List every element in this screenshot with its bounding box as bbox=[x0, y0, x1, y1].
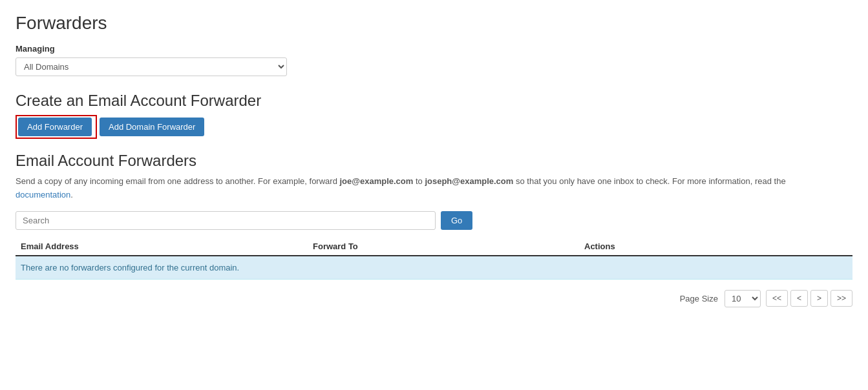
table-empty-row: There are no forwarders configured for t… bbox=[16, 256, 852, 280]
search-row: Go bbox=[16, 211, 852, 230]
column-actions: Actions bbox=[584, 241, 852, 251]
search-input[interactable] bbox=[16, 211, 436, 230]
email-forwarders-heading: Email Account Forwarders bbox=[16, 152, 852, 170]
column-email-address: Email Address bbox=[16, 241, 313, 251]
create-section: Create an Email Account Forwarder Add Fo… bbox=[16, 92, 852, 139]
pager-next-button[interactable]: > bbox=[810, 290, 828, 307]
create-section-heading: Create an Email Account Forwarder bbox=[16, 92, 852, 110]
description-plain: Send a copy of any incoming email from o… bbox=[16, 176, 339, 186]
add-forwarder-box: Add Forwarder bbox=[16, 115, 97, 139]
managing-section: Managing All Domains bbox=[16, 44, 852, 92]
email-forwarders-section: Email Account Forwarders Send a copy of … bbox=[16, 152, 852, 280]
add-domain-forwarder-button[interactable]: Add Domain Forwarder bbox=[100, 118, 204, 136]
email-forwarders-description: Send a copy of any incoming email from o… bbox=[16, 175, 843, 202]
description-period: . bbox=[70, 190, 73, 200]
add-forwarder-button[interactable]: Add Forwarder bbox=[18, 118, 92, 136]
pager-prev-button[interactable]: < bbox=[790, 290, 808, 307]
page-size-select[interactable]: 10 25 50 100 bbox=[725, 290, 761, 307]
pagination-row: Page Size 10 25 50 100 << < > >> bbox=[16, 290, 852, 307]
description-email1: joe@example.com bbox=[339, 176, 413, 186]
managing-label: Managing bbox=[16, 44, 852, 54]
documentation-link[interactable]: documentation bbox=[16, 190, 70, 200]
create-buttons-row: Add Forwarder Add Domain Forwarder bbox=[16, 115, 852, 139]
page-title: Forwarders bbox=[16, 13, 852, 34]
column-forward-to: Forward To bbox=[313, 241, 584, 251]
pager-last-button[interactable]: >> bbox=[831, 290, 852, 307]
empty-message: There are no forwarders configured for t… bbox=[21, 263, 239, 272]
description-email2: joseph@example.com bbox=[425, 176, 513, 186]
pager-first-button[interactable]: << bbox=[766, 290, 788, 307]
description-end: so that you only have one inbox to check… bbox=[513, 176, 785, 186]
table-header: Email Address Forward To Actions bbox=[16, 238, 852, 256]
managing-select[interactable]: All Domains bbox=[16, 57, 287, 76]
page-size-label: Page Size bbox=[680, 294, 718, 303]
description-mid: to bbox=[413, 176, 425, 186]
go-button[interactable]: Go bbox=[441, 211, 472, 230]
